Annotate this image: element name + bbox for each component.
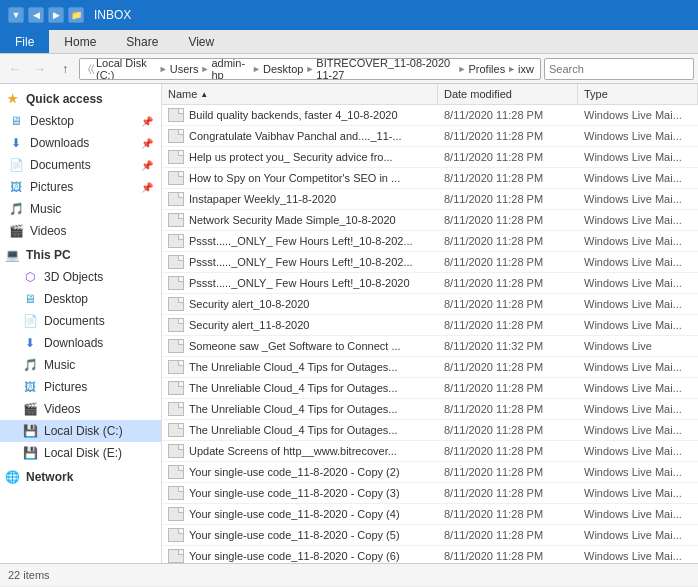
table-row[interactable]: The Unreliable Cloud_4 Tips for Outages.… [162,357,698,378]
sidebar-item-desktop-qa[interactable]: 🖥 Desktop 📌 [0,110,161,132]
file-type: Windows Live Mai... [578,127,698,145]
network-section: 🌐 Network [0,466,161,488]
table-row[interactable]: Security alert_10-8-2020 8/11/2020 11:28… [162,294,698,315]
documents-label-2: Documents [44,314,105,328]
network-header[interactable]: 🌐 Network [0,466,161,488]
sidebar-item-desktop-pc[interactable]: 🖥 Desktop [0,288,161,310]
desktop-icon: 🖥 [8,113,24,129]
table-row[interactable]: Pssst....._ONLY_ Few Hours Left!_10-8-20… [162,231,698,252]
file-date: 8/11/2020 11:28 PM [438,484,578,502]
quick-access-header[interactable]: ★ Quick access [0,88,161,110]
sidebar-item-3dobjects[interactable]: ⬡ 3D Objects [0,266,161,288]
table-row[interactable]: Security alert_11-8-2020 8/11/2020 11:28… [162,315,698,336]
table-row[interactable]: Build quality backends, faster 4_10-8-20… [162,105,698,126]
file-type: Windows Live Mai... [578,190,698,208]
sidebar-item-downloads-pc[interactable]: ⬇ Downloads [0,332,161,354]
file-type: Windows Live Mai... [578,526,698,544]
table-row[interactable]: Update Screens of http__www.bitrecover..… [162,441,698,462]
sidebar-item-downloads-qa[interactable]: ⬇ Downloads 📌 [0,132,161,154]
downloads-label: Downloads [30,136,89,150]
file-name: Your single-use code_11-8-2020 - Copy (4… [189,508,400,520]
file-date: 8/11/2020 11:28 PM [438,358,578,376]
file-icon [168,465,184,479]
sidebar-item-local-disk-e[interactable]: 💾 Local Disk (E:) [0,442,161,464]
table-row[interactable]: Your single-use code_11-8-2020 - Copy (2… [162,462,698,483]
pictures-icon-2: 🖼 [22,379,38,395]
local-disk-e-icon: 💾 [22,445,38,461]
file-icon [168,423,184,437]
pictures-icon: 🖼 [8,179,24,195]
music-icon: 🎵 [8,201,24,217]
file-type: Windows Live Mai... [578,274,698,292]
forward-button[interactable]: → [29,58,51,80]
videos-icon: 🎬 [8,223,24,239]
sidebar-item-documents-pc[interactable]: 📄 Documents [0,310,161,332]
sidebar-item-videos-pc[interactable]: 🎬 Videos [0,398,161,420]
videos-icon-2: 🎬 [22,401,38,417]
sidebar-item-pictures-pc[interactable]: 🖼 Pictures [0,376,161,398]
file-icon [168,255,184,269]
sidebar-item-videos-qa[interactable]: 🎬 Videos [0,220,161,242]
pin-icon-3: 📌 [141,160,153,171]
sidebar-item-music-pc[interactable]: 🎵 Music [0,354,161,376]
file-date: 8/11/2020 11:28 PM [438,442,578,460]
search-input[interactable] [544,58,694,80]
col-header-date[interactable]: Date modified [438,84,578,104]
sidebar-item-music-qa[interactable]: 🎵 Music [0,198,161,220]
file-type: Windows Live Mai... [578,169,698,187]
tab-share[interactable]: Share [111,30,173,53]
tab-view[interactable]: View [173,30,229,53]
file-date: 8/11/2020 11:28 PM [438,316,578,334]
table-row[interactable]: Your single-use code_11-8-2020 - Copy (5… [162,525,698,546]
file-type: Windows Live Mai... [578,253,698,271]
sidebar-item-pictures-qa[interactable]: 🖼 Pictures 📌 [0,176,161,198]
back-button[interactable]: ← [4,58,26,80]
file-icon [168,339,184,353]
file-date: 8/11/2020 11:28 PM [438,400,578,418]
desktop-label-2: Desktop [44,292,88,306]
status-bar: 22 items [0,563,698,585]
table-row[interactable]: The Unreliable Cloud_4 Tips for Outages.… [162,420,698,441]
local-disk-icon: 💾 [22,423,38,439]
file-icon [168,507,184,521]
table-row[interactable]: Congratulate Vaibhav Panchal and...._11-… [162,126,698,147]
tab-home[interactable]: Home [49,30,111,53]
quick-access-section: ★ Quick access 🖥 Desktop 📌 ⬇ Downloads 📌… [0,88,161,242]
file-icon [168,171,184,185]
table-row[interactable]: Pssst....._ONLY_ Few Hours Left!_10-8-20… [162,252,698,273]
address-bar[interactable]: 〈〈 Local Disk (C:) ► Users ► admin-hp ► … [79,58,541,80]
file-type: Windows Live Mai... [578,358,698,376]
table-row[interactable]: Your single-use code_11-8-2020 - Copy (6… [162,546,698,563]
table-row[interactable]: How to Spy on Your Competitor's SEO in .… [162,168,698,189]
documents-icon: 📄 [8,157,24,173]
documents-label: Documents [30,158,91,172]
table-row[interactable]: The Unreliable Cloud_4 Tips for Outages.… [162,378,698,399]
local-disk-e-label: Local Disk (E:) [44,446,122,460]
sidebar: ★ Quick access 🖥 Desktop 📌 ⬇ Downloads 📌… [0,84,162,563]
col-header-type[interactable]: Type [578,84,698,104]
quick-access-label: Quick access [26,92,103,106]
table-row[interactable]: Pssst....._ONLY_ Few Hours Left!_10-8-20… [162,273,698,294]
col-header-name[interactable]: Name ▲ [162,84,438,104]
this-pc-header[interactable]: 💻 This PC [0,244,161,266]
file-type: Windows Live Mai... [578,442,698,460]
file-icon [168,108,184,122]
file-name: Security alert_11-8-2020 [189,319,309,331]
table-row[interactable]: Your single-use code_11-8-2020 - Copy (3… [162,483,698,504]
file-name: The Unreliable Cloud_4 Tips for Outages.… [189,403,398,415]
tab-file[interactable]: File [0,30,49,53]
table-row[interactable]: Someone saw _Get Software to Connect ...… [162,336,698,357]
ribbon: File Home Share View [0,30,698,54]
table-row[interactable]: Help us protect you_ Security advice fro… [162,147,698,168]
table-row[interactable]: Instapaper Weekly_11-8-2020 8/11/2020 11… [162,189,698,210]
up-button[interactable]: ↑ [54,58,76,80]
table-row[interactable]: Network Security Made Simple_10-8-2020 8… [162,210,698,231]
file-icon [168,150,184,164]
address-chevron: 〈〈 [88,63,94,75]
file-icon [168,549,184,563]
sidebar-item-documents-qa[interactable]: 📄 Documents 📌 [0,154,161,176]
sidebar-item-local-disk-c[interactable]: 💾 Local Disk (C:) [0,420,161,442]
table-row[interactable]: Your single-use code_11-8-2020 - Copy (4… [162,504,698,525]
table-row[interactable]: The Unreliable Cloud_4 Tips for Outages.… [162,399,698,420]
file-date: 8/11/2020 11:28 PM [438,106,578,124]
